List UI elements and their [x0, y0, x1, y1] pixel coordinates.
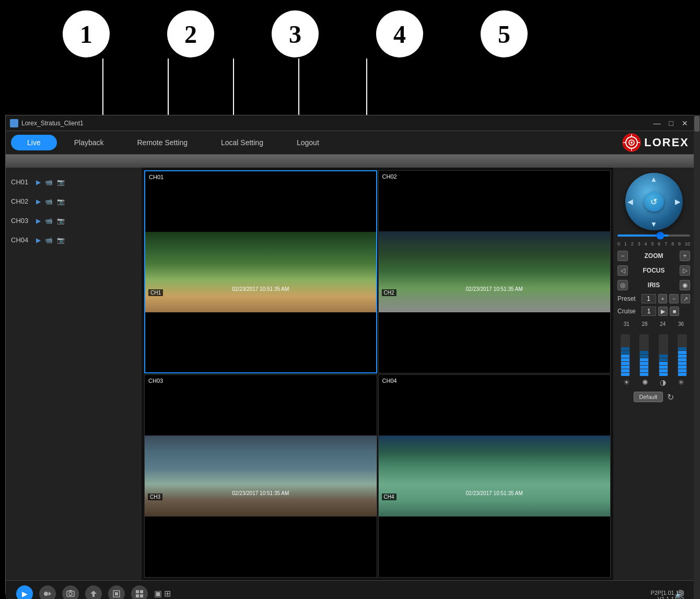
- toolbar-icons: ▶: [16, 585, 171, 600]
- ch01-record-icon[interactable]: 📹: [45, 179, 53, 186]
- cruise-stop-button[interactable]: ■: [670, 307, 679, 316]
- ch03-play-icon[interactable]: ▶: [36, 217, 41, 225]
- svg-marker-13: [90, 591, 97, 597]
- content-area: CH01 ▶ 📹 📷 CH02 ▶ 📹 📷 CH03 ▶ 📹 📷 CH: [6, 168, 694, 580]
- cruise-play-button[interactable]: ▶: [658, 307, 668, 316]
- ch02-image: [379, 231, 611, 312]
- ch02-top-black: [379, 171, 611, 231]
- ch03-record-icon[interactable]: 📹: [45, 217, 53, 225]
- preset-row: Preset + − ↗: [617, 294, 690, 303]
- zoom-minus-button[interactable]: −: [617, 251, 628, 261]
- cruise-input[interactable]: [641, 307, 656, 316]
- scrollbar-right[interactable]: [694, 115, 700, 599]
- vline-4: [298, 58, 299, 115]
- tab-logout[interactable]: Logout: [281, 135, 335, 150]
- iris-plus-button[interactable]: ◉: [680, 280, 690, 290]
- scrollbar-thumb[interactable]: [694, 116, 699, 132]
- bar-segments-24: [659, 355, 668, 376]
- tab-playback[interactable]: Playback: [58, 135, 120, 150]
- camera-cell-ch01[interactable]: CH01 02/23/2017 10:51:35 AM CH1: [144, 170, 377, 373]
- preset-delete-button[interactable]: −: [669, 294, 679, 303]
- iris-control-row: ◎ IRIS ◉: [617, 280, 690, 290]
- channel-row-ch02: CH02 ▶ 📹 📷: [11, 197, 136, 205]
- bar-label-31: 31: [624, 321, 629, 327]
- single-view-icon[interactable]: ▣: [154, 589, 162, 598]
- ch03-badge: CH3: [148, 494, 162, 500]
- brightness-icon[interactable]: ☀: [623, 378, 630, 386]
- ch04-play-icon[interactable]: ▶: [36, 237, 41, 244]
- ch02-cam-label: CH02: [381, 173, 399, 180]
- tab-local-setting[interactable]: Local Setting: [205, 135, 279, 150]
- preset-input[interactable]: [641, 294, 656, 303]
- upload-icon: [89, 590, 98, 598]
- lorex-logo: LOREX: [622, 133, 689, 152]
- iris-label: IRIS: [630, 281, 678, 289]
- ptz-right-icon[interactable]: ▶: [675, 197, 681, 206]
- grid-layout-icons: ▣ ⊞: [154, 589, 171, 598]
- tab-remote-setting[interactable]: Remote Setting: [121, 135, 204, 150]
- ch03-snapshot-icon[interactable]: 📷: [57, 217, 65, 225]
- focus-minus-button[interactable]: ◁: [617, 265, 628, 276]
- circle-2: 2: [167, 10, 214, 57]
- record-toolbar-button[interactable]: [39, 585, 56, 600]
- app-title: Lorex_Stratus_Client1: [21, 120, 651, 127]
- minimize-button[interactable]: —: [651, 119, 663, 127]
- upload-toolbar-button[interactable]: [85, 585, 102, 600]
- cruise-row: Cruise ▶ ■: [617, 307, 690, 316]
- camera-cell-ch03[interactable]: CH03 02/23/2017 10:51:35 AM CH3: [144, 374, 377, 578]
- contrast-icon[interactable]: ◑: [660, 378, 666, 386]
- iris-minus-button[interactable]: ◎: [617, 280, 628, 290]
- bars-container: [617, 329, 690, 376]
- quad-view-icon[interactable]: ⊞: [164, 589, 171, 598]
- color-bar-24: [659, 334, 668, 376]
- ch02-play-icon[interactable]: ▶: [36, 198, 41, 205]
- cruise-label: Cruise: [617, 308, 639, 315]
- ch03-top-black: [145, 375, 377, 436]
- ch01-snapshot-icon[interactable]: 📷: [57, 179, 65, 186]
- ch01-image: [145, 232, 376, 312]
- camera-grid: CH01 02/23/2017 10:51:35 AM CH1 CH02 02/…: [142, 168, 613, 580]
- close-button[interactable]: ✕: [680, 119, 690, 127]
- grid4-icon: [135, 590, 144, 598]
- ch04-top-black: [379, 375, 611, 436]
- color-bars-section: 31 28 24 36: [617, 321, 690, 386]
- snapshot-toolbar-button[interactable]: [62, 585, 79, 600]
- camera-cell-ch04[interactable]: CH04 02/23/2017 10:51:35 AM CH4: [378, 374, 611, 578]
- fullscreen-icon: [112, 590, 121, 598]
- color-bar-36: [678, 334, 687, 376]
- tab-live[interactable]: Live: [11, 135, 57, 150]
- window-controls: — □ ✕: [651, 119, 690, 127]
- zoom-plus-button[interactable]: +: [680, 251, 690, 261]
- channel-row-ch04: CH04 ▶ 📹 📷: [11, 236, 136, 244]
- bars-labels: 31 28 24 36: [617, 321, 690, 327]
- rotate-icon[interactable]: ↻: [667, 392, 674, 402]
- fullscreen-toolbar-button[interactable]: [108, 585, 125, 600]
- ptz-up-icon[interactable]: ▲: [650, 175, 658, 183]
- bar-label-24: 24: [660, 321, 666, 327]
- preset-add-button[interactable]: +: [658, 294, 668, 303]
- ch04-record-icon[interactable]: 📹: [45, 237, 53, 244]
- ptz-left-icon[interactable]: ◀: [627, 197, 633, 206]
- play-toolbar-button[interactable]: ▶: [16, 585, 33, 600]
- sun-icon[interactable]: ✺: [642, 378, 648, 386]
- ptz-panel: ▲ ▼ ◀ ▶ ↺ 01234 5678910 − ZO: [613, 168, 694, 580]
- ch02-snapshot-icon[interactable]: 📷: [57, 198, 65, 205]
- preset-go-button[interactable]: ↗: [681, 294, 690, 303]
- lorex-brand-text: LOREX: [644, 136, 689, 149]
- maximize-button[interactable]: □: [667, 119, 675, 127]
- bar-track-24: [659, 334, 668, 376]
- color-icon[interactable]: ✳: [678, 378, 684, 386]
- ch01-play-icon[interactable]: ▶: [36, 179, 41, 186]
- ch04-snapshot-icon[interactable]: 📷: [57, 237, 65, 244]
- bar-label-28: 28: [642, 321, 648, 327]
- camera-cell-ch02[interactable]: CH02 02/23/2017 10:51:35 AM CH2: [378, 170, 611, 373]
- sidebar: CH01 ▶ 📹 📷 CH02 ▶ 📹 📷 CH03 ▶ 📹 📷 CH: [6, 168, 142, 580]
- ch02-record-icon[interactable]: 📹: [45, 198, 53, 205]
- focus-plus-button[interactable]: ▷: [680, 265, 690, 276]
- ptz-center-button[interactable]: ↺: [644, 192, 664, 212]
- ptz-down-icon[interactable]: ▼: [650, 220, 658, 228]
- ch04-label: CH04: [11, 236, 32, 244]
- speed-slider[interactable]: [617, 234, 690, 237]
- grid4-toolbar-button[interactable]: [131, 585, 148, 600]
- default-button[interactable]: Default: [634, 392, 663, 402]
